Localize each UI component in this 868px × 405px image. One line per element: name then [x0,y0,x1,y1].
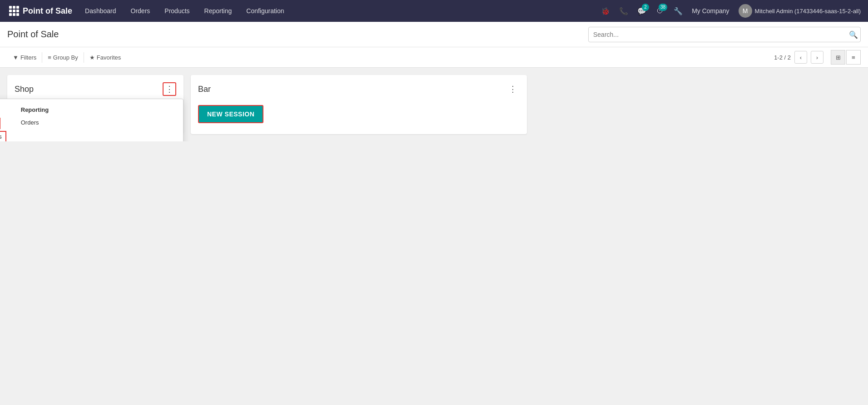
bar-card-header: Bar ⋮ [191,75,527,96]
filters-label: Filters [20,54,36,61]
grid-view-icon: ⊞ [836,54,841,61]
search-bar-container: 🔍 [588,27,861,42]
shop-card-title: Shop [15,85,34,94]
nav-reporting[interactable]: Reporting [197,0,239,22]
dropdown-reporting-orders-item[interactable]: Orders [21,118,49,127]
search-button[interactable]: 🔍 [849,30,858,39]
timer-icon-btn[interactable]: ⏱ 38 [652,3,668,19]
chevron-left-icon: ‹ [800,54,802,61]
chevron-right-icon: › [816,54,818,61]
page-title: Point of Sale [7,29,59,40]
star-icon: ★ [89,54,95,61]
shop-dropdown-menu: View Orders Sessions Reporting Orders Se… [0,99,184,141]
main-content: Shop ⋮ CONTINUE SELLING View Orders Sess… [0,68,868,141]
dropdown-view-col: View Orders Sessions [0,106,6,141]
dropdown-reporting-col: Reporting Orders [21,106,49,141]
favorites-label: Favorites [97,54,121,61]
secondary-header: Point of Sale 🔍 [0,22,868,47]
dropdown-sessions-item[interactable]: Sessions [0,131,6,141]
view-toggle: ⊞ ≡ [831,50,861,65]
phone-icon: 📞 [619,7,628,15]
prev-page-button[interactable]: ‹ [794,51,807,64]
nav-products[interactable]: Products [157,0,197,22]
user-menu[interactable]: M Mitchell Admin (17433446-saas-15-2-all… [735,4,864,18]
list-view-icon: ≡ [852,54,855,61]
groupby-button[interactable]: ≡ Group By [42,52,84,63]
top-navigation: Point of Sale Dashboard Orders Products … [0,0,868,22]
groupby-icon: ≡ [48,54,51,61]
pagination: 1-2 / 2 ‹ › ⊞ ≡ [774,50,861,65]
shop-card: Shop ⋮ CONTINUE SELLING View Orders Sess… [7,75,184,134]
chat-badge: 2 [642,4,649,11]
company-label: My Company [692,7,729,15]
nav-orders[interactable]: Orders [124,0,158,22]
bar-card-body: NEW SESSION [191,96,527,134]
list-view-button[interactable]: ≡ [846,50,861,65]
dropdown-orders-item[interactable]: Orders [0,118,0,129]
dropdown-reporting-title: Reporting [21,106,49,113]
next-page-button[interactable]: › [811,51,823,64]
bar-kebab-button[interactable]: ⋮ [506,82,520,96]
groupby-label: Group By [53,54,78,61]
timer-badge: 38 [659,4,667,11]
nav-dashboard[interactable]: Dashboard [78,0,124,22]
filters-button[interactable]: ▼ Filters [7,52,42,63]
favorites-button[interactable]: ★ Favorites [84,52,126,63]
top-right-icons: 🐞 📞 💬 2 ⏱ 38 🔧 My Company M Mitchell Adm… [597,3,864,19]
top-menu: Dashboard Orders Products Reporting Conf… [78,0,597,22]
search-icon: 🔍 [849,30,858,38]
chat-icon-btn[interactable]: 💬 2 [634,3,650,19]
phone-icon-btn[interactable]: 📞 [615,3,632,19]
brand-label: Point of Sale [23,6,72,16]
new-session-button[interactable]: NEW SESSION [198,105,263,123]
shop-kebab-button[interactable]: ⋮ [163,82,176,96]
tools-icon: 🔧 [674,7,683,15]
dropdown-columns: View Orders Sessions Reporting Orders [0,106,176,141]
tools-icon-btn[interactable]: 🔧 [670,3,686,19]
bug-icon: 🐞 [601,7,610,15]
grid-view-button[interactable]: ⊞ [831,50,845,65]
shop-card-header: Shop ⋮ [7,75,184,96]
dropdown-view-title: View [0,106,6,113]
filter-bar: ▼ Filters ≡ Group By ★ Favorites 1-2 / 2… [0,47,868,68]
filter-icon: ▼ [13,54,19,61]
company-selector[interactable]: My Company [688,7,733,15]
search-input[interactable] [588,27,861,42]
app-brand[interactable]: Point of Sale [4,6,78,16]
avatar: M [739,4,752,18]
pagination-text: 1-2 / 2 [774,54,791,61]
bar-card: Bar ⋮ NEW SESSION [191,75,527,134]
grid-icon [9,6,19,16]
user-label: Mitchell Admin (17433446-saas-15-2-all) [755,8,861,15]
bug-icon-btn[interactable]: 🐞 [597,3,614,19]
bar-card-title: Bar [198,85,211,94]
nav-configuration[interactable]: Configuration [239,0,291,22]
